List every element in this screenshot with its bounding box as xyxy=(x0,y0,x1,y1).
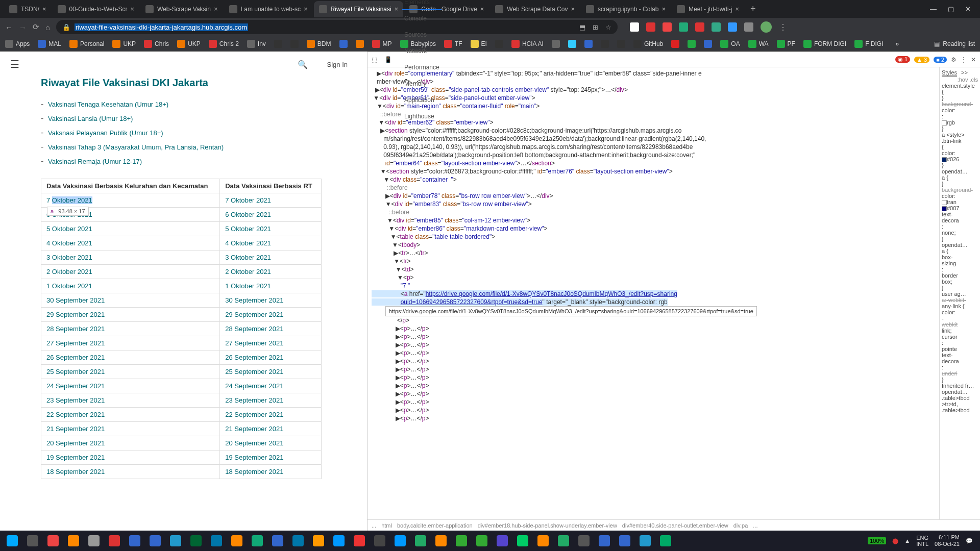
hamburger-icon[interactable]: ☰ xyxy=(10,58,19,70)
bookmark[interactable]: Personal xyxy=(69,40,104,48)
breadcrumb[interactable]: ...htmlbody.calcite.ember-applicationdiv… xyxy=(368,519,980,531)
puzzle-icon[interactable] xyxy=(744,22,753,32)
date-link[interactable]: 2 Oktober 2021 xyxy=(225,268,271,276)
inspect-icon[interactable]: ⬚ xyxy=(372,56,377,63)
ext-icon[interactable] xyxy=(679,22,688,32)
browser-tab[interactable]: 00-Guide-to-Web-Scr× xyxy=(53,1,139,17)
dom-tree[interactable]: ▶<div role="complementary" tabindex="-1"… xyxy=(368,67,939,519)
taskbar-app[interactable] xyxy=(23,533,42,549)
sign-in-link[interactable]: Sign In xyxy=(318,61,357,68)
close-icon[interactable]: ✕ xyxy=(971,56,976,63)
bookmark[interactable]: MP xyxy=(372,40,392,48)
taskbar-app[interactable] xyxy=(44,533,62,549)
bookmark[interactable]: UKP xyxy=(177,40,201,48)
taskbar-app[interactable] xyxy=(248,533,266,549)
tab-close-icon[interactable]: × xyxy=(304,5,308,13)
date-link[interactable]: 28 September 2021 xyxy=(46,325,105,333)
browser-tab[interactable]: Riwayat File Vaksinasi× xyxy=(314,1,404,17)
bookmark[interactable] xyxy=(688,40,696,48)
date-link[interactable]: 6 Oktober 2021 xyxy=(225,211,271,218)
devtools-tab[interactable]: Sources xyxy=(402,27,442,43)
date-link[interactable]: 3 Oktober 2021 xyxy=(225,254,271,261)
bookmark[interactable]: WA xyxy=(748,40,769,48)
browser-tab[interactable]: Web Scrape Data Cov× xyxy=(490,1,580,17)
taskbar-app[interactable] xyxy=(391,533,409,549)
taskbar-app[interactable] xyxy=(126,533,144,549)
date-link[interactable]: 23 September 2021 xyxy=(46,396,105,404)
taskbar-app[interactable] xyxy=(207,533,226,549)
search-icon[interactable]: 🔍 xyxy=(298,60,308,69)
bookmark[interactable] xyxy=(617,40,625,48)
bookmark[interactable] xyxy=(601,40,609,48)
taskbar-app[interactable] xyxy=(452,533,471,549)
browser-tab[interactable]: scraping.ipynb - Colab× xyxy=(581,1,671,17)
bookmark[interactable] xyxy=(704,40,712,48)
bookmark[interactable] xyxy=(495,40,503,48)
bookmark[interactable] xyxy=(552,40,560,48)
forward-icon[interactable]: → xyxy=(19,23,27,32)
date-link[interactable]: 7 Oktober 2021 xyxy=(225,196,271,204)
date-link[interactable]: 25 September 2021 xyxy=(46,368,105,375)
bookmark[interactable]: HCIA AI xyxy=(511,40,544,48)
bookmark[interactable]: EI xyxy=(471,40,487,48)
date-link[interactable]: 28 September 2021 xyxy=(225,325,283,333)
vaccination-link[interactable]: Vaksnasi Pelayanan Publik (Umur 18+) xyxy=(48,129,163,137)
bookmark[interactable]: TF xyxy=(444,40,462,48)
ext-icon[interactable] xyxy=(728,22,737,32)
maximize-icon[interactable]: ▢ xyxy=(948,5,954,13)
date-link[interactable]: 20 September 2021 xyxy=(46,439,105,447)
date-link[interactable]: 4 Oktober 2021 xyxy=(46,239,92,247)
home-icon[interactable]: ⌂ xyxy=(45,23,50,32)
bookmark[interactable]: MAL xyxy=(38,40,61,48)
browser-tab[interactable]: TSDN/× xyxy=(4,1,52,17)
bookmark[interactable]: F DIGI xyxy=(854,40,883,48)
date-link[interactable]: 22 September 2021 xyxy=(225,411,283,418)
date-link[interactable]: 29 September 2021 xyxy=(46,311,105,318)
star-icon[interactable]: ☆ xyxy=(605,23,611,31)
crumb[interactable]: div.pa xyxy=(733,522,748,529)
devtools-tab[interactable]: Lighthouse xyxy=(402,108,442,124)
bookmark[interactable]: GitHub xyxy=(633,40,663,48)
tab-close-icon[interactable]: × xyxy=(735,5,739,13)
taskbar-app[interactable] xyxy=(554,533,573,549)
tab-close-icon[interactable]: × xyxy=(395,5,399,13)
taskbar-app[interactable] xyxy=(268,533,287,549)
ext-icon[interactable] xyxy=(630,22,639,32)
taskbar-app[interactable] xyxy=(493,533,511,549)
date-link[interactable]: 23 September 2021 xyxy=(225,396,283,404)
date-link[interactable]: 19 September 2021 xyxy=(225,454,283,461)
reload-icon[interactable]: ⟳ xyxy=(33,22,39,32)
taskbar-app[interactable] xyxy=(473,533,491,549)
bookmark[interactable]: FORM DIGI xyxy=(803,40,846,48)
taskbar-app[interactable] xyxy=(166,533,185,549)
bookmark[interactable]: OA xyxy=(720,40,740,48)
bookmark[interactable] xyxy=(290,40,299,48)
date-link[interactable]: 18 September 2021 xyxy=(46,468,105,475)
translate-icon[interactable]: ⊞ xyxy=(593,23,598,31)
devtools-tab[interactable]: Console xyxy=(402,10,442,27)
taskbar-app[interactable] xyxy=(3,533,21,549)
date-link[interactable]: 21 September 2021 xyxy=(225,425,283,433)
battery-indicator[interactable]: 100% xyxy=(868,537,886,544)
taskbar-app[interactable] xyxy=(513,533,532,549)
taskbar-app[interactable] xyxy=(534,533,552,549)
ext-icon[interactable] xyxy=(646,22,655,32)
info-badge[interactable]: ■ 2 xyxy=(934,57,947,63)
date-link[interactable]: 1 Oktober 2021 xyxy=(46,282,92,290)
gear-icon[interactable]: ⚙ xyxy=(951,56,957,63)
new-tab-button[interactable]: + xyxy=(745,4,761,14)
bookmark[interactable]: UKP xyxy=(112,40,136,48)
styles-pane[interactable]: Styles>>:hov .clselement.style {}backgro… xyxy=(939,67,980,519)
date-link[interactable]: 26 September 2021 xyxy=(225,354,283,361)
date-link[interactable]: 27 September 2021 xyxy=(46,339,105,347)
tab-close-icon[interactable]: × xyxy=(130,5,134,13)
browser-tab[interactable]: Meet - jtd-bwdi-j× xyxy=(672,1,744,17)
date-link[interactable]: 25 September 2021 xyxy=(225,368,283,375)
devtools-tab[interactable]: Elements xyxy=(402,0,442,10)
taskbar-app[interactable] xyxy=(616,533,634,549)
bookmarks-overflow[interactable]: » xyxy=(896,40,899,47)
bookmark[interactable] xyxy=(568,40,576,48)
vaccination-link[interactable]: Vaksinasi Tenaga Kesehatan (Umur 18+) xyxy=(48,101,168,108)
devtools-tab[interactable]: Performance xyxy=(402,59,442,76)
bookmark[interactable]: Chris 2 xyxy=(209,40,239,48)
